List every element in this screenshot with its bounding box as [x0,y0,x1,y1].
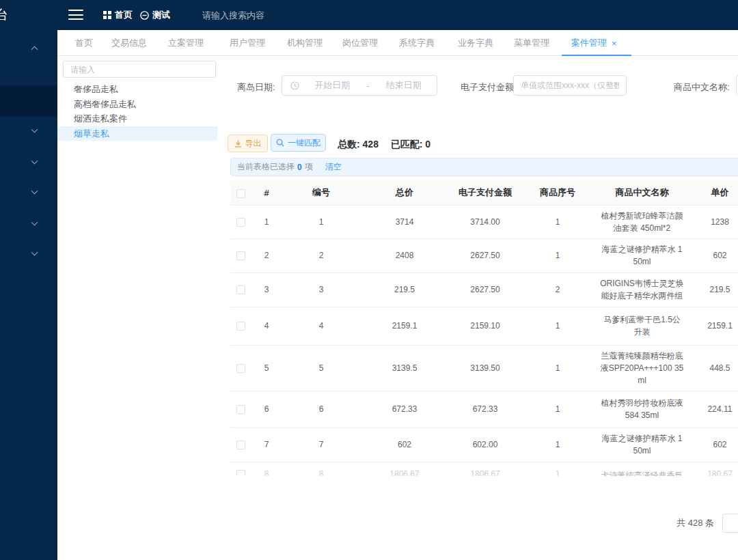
sidebar-menu-active-item[interactable] [0,86,57,116]
tree-panel: 奢侈品走私 高档奢侈品走私 烟酒走私案件 烟草走私 [57,56,217,560]
row-checkbox[interactable] [236,251,245,260]
header-search-input[interactable] [202,10,305,20]
chevron-up-icon [32,45,38,51]
main-area: 首页 交易信息 立案管理 用户管理 机构管理 岗位管理 系统字典 业务字典 菜单… [57,30,738,560]
export-button-label: 导出 [245,138,262,150]
match-button[interactable]: 一键匹配 [271,134,326,152]
clear-selection-link[interactable]: 清空 [325,161,342,173]
tab-positions[interactable]: 岗位管理 [342,30,378,56]
cell-code: 6 [282,391,360,428]
nav-test[interactable]: 测试 [140,0,170,30]
cell-seq: 1 [521,307,594,345]
tree-item-luxury[interactable]: 奢侈品走私 [57,82,217,97]
amount-filter-label: 电子支付金额: [461,81,517,94]
tab-users[interactable]: 用户管理 [230,30,265,56]
cell-code: 2 [282,238,360,272]
cell-epay: 2627.50 [449,272,521,307]
table-row[interactable]: 33219.52627.502 ORIGINS韦博士灵芝焕能好底子精华水两件组2… [230,272,738,307]
selection-alert: 当前表格已选择 0 项 清空 [230,158,738,176]
cell-product-name: 植村秀羽纱持妆粉底液 584 35ml [594,391,690,428]
table-row[interactable]: 881806.671806.671 卡诗菁纯亮泽经典香氛180.67 [230,462,738,476]
nav-home[interactable]: 首页 [103,0,133,30]
cell-epay: 602.00 [449,428,521,462]
row-checkbox[interactable] [236,470,245,476]
cell-select [230,428,251,462]
table-row[interactable]: 66672.33672.331 植村秀羽纱持妆粉底液 584 35ml224.1… [230,391,738,428]
sidebar-menu-expanded[interactable] [0,31,57,62]
tree-search-input[interactable] [63,61,216,78]
col-header-total: 总价 [360,181,449,205]
cell-code: 7 [282,428,360,462]
tree-item-highend-luxury[interactable]: 高档奢侈品走私 [57,97,217,112]
tab-orgs[interactable]: 机构管理 [287,30,323,56]
date-range-picker[interactable]: 开始日期 - 结束日期 [282,75,437,96]
sidebar-menu-item[interactable] [0,116,57,147]
chevron-down-icon [32,159,38,165]
sidebar-menu-item[interactable] [0,208,57,239]
total-value: 428 [363,139,379,150]
cell-seq: 1 [521,462,594,476]
total-label: 总数: [338,139,360,150]
cell-code: 8 [282,462,360,476]
table-row[interactable]: 553139.53139.501 兰蔻菁纯臻颜精华粉底液SPF20PA+++10… [230,345,738,391]
row-checkbox[interactable] [236,440,245,449]
circle-minus-icon [140,11,149,20]
cell-total: 3714 [360,205,449,238]
sidebar-menu-item[interactable] [0,147,57,178]
cell-index: 3 [251,272,282,307]
select-all-checkbox[interactable] [236,189,245,198]
cell-seq: 1 [521,205,594,238]
row-checkbox[interactable] [236,322,245,331]
tab-biz-dict[interactable]: 业务字典 [458,30,493,56]
hamburger-menu-icon[interactable] [68,10,83,20]
row-checkbox[interactable] [236,285,245,294]
cell-epay: 3139.50 [449,345,521,391]
tab-sys-dict[interactable]: 系统字典 [399,30,435,56]
row-checkbox[interactable] [236,405,245,414]
tab-home[interactable]: 首页 [75,30,93,56]
page-size-select[interactable] [722,514,738,533]
table-row[interactable]: 2224082627.501 海蓝之谜修护精萃水 150ml602 [230,238,738,272]
cell-select [230,462,251,476]
export-button[interactable]: 导出 [228,135,268,152]
col-header-epay: 电子支付金额 [449,181,521,205]
cell-index: 6 [251,391,282,428]
cell-select [230,307,251,345]
matched-label: 已匹配: [391,139,423,150]
sidebar-menu-item[interactable] [0,239,57,270]
cell-price: 2159.1 [690,307,738,345]
table-row[interactable]: 1137143714.001 植村秀新琥珀蜂萃洁颜油套装 450ml*21238 [230,205,738,238]
stats-text: 总数: 428 已匹配: 0 [338,139,430,151]
cell-index: 4 [251,307,282,345]
data-table: # 编号 总价 电子支付金额 商品序号 商品中文名称 单价 113714371 [230,181,738,476]
chevron-down-icon [32,128,38,134]
table-row[interactable]: 442159.12159.101 马爹利蓝带干邑1.5公升装2159.1 [230,307,738,345]
cell-product-name: 植村秀新琥珀蜂萃洁颜油套装 450ml*2 [594,205,690,238]
tree-item-tobacco[interactable]: 烟草走私 [57,126,217,141]
selection-count: 0 [295,163,305,172]
tab-case-filing[interactable]: 立案管理 [168,30,204,56]
cell-total: 219.5 [360,272,449,307]
cell-code: 1 [282,205,360,238]
cell-epay: 3714.00 [449,205,521,238]
cell-total: 672.33 [360,391,449,428]
amount-filter-input[interactable] [514,76,626,95]
tab-transaction[interactable]: 交易信息 [111,30,147,56]
cell-product-name: 兰蔻菁纯臻颜精华粉底液SPF20PA+++100 35ml [594,345,690,391]
col-header-seq: 商品序号 [521,181,594,205]
sidebar-menu-item[interactable] [0,178,57,208]
row-checkbox[interactable] [236,218,245,227]
amount-filter [513,75,627,96]
header-search [202,0,305,30]
tab-close-icon[interactable]: × [612,39,617,48]
cell-epay: 2159.10 [449,307,521,345]
row-checkbox[interactable] [236,364,245,373]
table-container: # 编号 总价 电子支付金额 商品序号 商品中文名称 单价 113714371 [230,181,738,476]
table-row[interactable]: 77602602.001 海蓝之谜修护精萃水 150ml602 [230,428,738,462]
cell-index: 1 [251,205,282,238]
tab-menus[interactable]: 菜单管理 [514,30,549,56]
tab-bar: 首页 交易信息 立案管理 用户管理 机构管理 岗位管理 系统字典 业务字典 菜单… [57,30,738,56]
selection-prefix: 当前表格已选择 [237,161,295,173]
tab-case-management[interactable]: 案件管理 × [571,30,617,56]
tree-item-tobacco-alcohol[interactable]: 烟酒走私案件 [57,111,217,126]
